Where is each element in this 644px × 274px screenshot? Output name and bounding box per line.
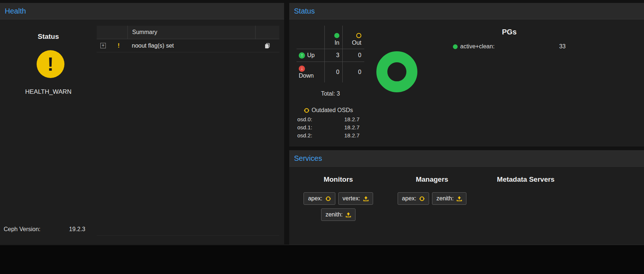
health-panel-body: Status ! HEALTH_WARN Ceph Version: 19.2.… bbox=[0, 19, 284, 244]
osd-row-up: ↑ Up bbox=[297, 49, 324, 62]
expand-icon[interactable]: + bbox=[100, 43, 106, 48]
services-panel: Services Monitors apex: vertex: bbox=[289, 150, 644, 245]
legend-value: 33 bbox=[559, 43, 566, 50]
managers-items: apex: zenith: bbox=[398, 192, 466, 205]
health-panel-title: Health bbox=[5, 7, 26, 15]
services-panel-body: Monitors apex: vertex: zenith: bbox=[289, 167, 644, 245]
manager-zenith-button[interactable]: zenith: bbox=[432, 192, 466, 205]
refresh-icon bbox=[419, 196, 425, 201]
action-cell bbox=[255, 43, 279, 48]
osd-name: osd.0: bbox=[297, 115, 312, 123]
monitors-heading: Monitors bbox=[324, 175, 353, 184]
services-panel-header: Services bbox=[289, 150, 644, 167]
manager-apex-button[interactable]: apex: bbox=[398, 192, 429, 205]
osd-col-in: In bbox=[324, 26, 342, 49]
action-column-header bbox=[255, 26, 279, 39]
services-panel-title: Services bbox=[294, 154, 322, 162]
osd-col-out: Out bbox=[342, 26, 364, 49]
outdated-osds: Outdated OSDs osd.0: 18.2.7 osd.1: 18.2.… bbox=[297, 107, 360, 140]
monitor-zenith-button[interactable]: zenith: bbox=[321, 208, 355, 221]
monitors-items: apex: vertex: zenith: bbox=[299, 192, 378, 221]
out-label: Out bbox=[352, 40, 361, 46]
osd-in-out-table: In Out ↑ Up 3 0 ↓ Down 0 0 bbox=[297, 26, 364, 82]
osd-version: 18.2.7 bbox=[344, 123, 360, 132]
osd-version: 18.2.7 bbox=[344, 132, 360, 140]
osd-up-out-value: 0 bbox=[342, 49, 364, 62]
pgs-legend-row: active+clean: 33 bbox=[453, 43, 566, 50]
out-ring-icon bbox=[356, 33, 361, 38]
osd-total: Total: 3 bbox=[297, 90, 364, 97]
ceph-dashboard: Health Status ! HEALTH_WARN Ceph Version… bbox=[0, 0, 644, 274]
legend-label: active+clean: bbox=[460, 43, 495, 50]
down-arrow-icon: ↓ bbox=[299, 66, 305, 72]
monitor-name: zenith: bbox=[325, 211, 343, 218]
osd-name: osd.2: bbox=[297, 132, 312, 140]
metadata-servers-column: Metadata Servers bbox=[479, 167, 573, 245]
managers-column: Managers apex: zenith: bbox=[385, 167, 479, 245]
upload-icon bbox=[457, 196, 462, 201]
expand-cell: + bbox=[97, 43, 110, 48]
ceph-version-label: Ceph Version: bbox=[4, 226, 41, 233]
upload-icon bbox=[363, 196, 369, 201]
osd-table-corner bbox=[297, 26, 324, 49]
osd-version: 18.2.7 bbox=[344, 115, 360, 123]
in-label: In bbox=[335, 40, 339, 46]
health-warning-icon: ! bbox=[37, 50, 64, 78]
monitor-name: vertex: bbox=[343, 195, 360, 202]
health-panel: Health Status ! HEALTH_WARN Ceph Version… bbox=[0, 3, 284, 244]
osd-name: osd.1: bbox=[297, 123, 312, 132]
ceph-version-value: 19.2.3 bbox=[69, 226, 85, 233]
list-item: osd.2: 18.2.7 bbox=[297, 132, 360, 140]
bottom-log-area bbox=[0, 245, 644, 274]
warning-severity-icon: ! bbox=[110, 42, 127, 49]
outdated-osds-label: Outdated OSDs bbox=[312, 107, 353, 114]
monitors-column: Monitors apex: vertex: zenith: bbox=[291, 167, 385, 245]
summary-cell: noout flag(s) set bbox=[127, 42, 255, 49]
down-label: Down bbox=[299, 73, 314, 79]
osd-down-out-value: 0 bbox=[342, 62, 364, 82]
health-summary-table: Summary + ! noout flag(s) set bbox=[97, 26, 279, 236]
pgs-title: PGs bbox=[453, 28, 566, 36]
summary-column-header: Summary bbox=[127, 26, 255, 39]
manager-name: apex: bbox=[402, 195, 416, 202]
summary-table-header: Summary bbox=[97, 26, 279, 39]
health-status-heading: Status bbox=[0, 33, 97, 41]
health-status-column: Status ! HEALTH_WARN Ceph Version: 19.2.… bbox=[0, 19, 97, 244]
refresh-icon bbox=[304, 108, 309, 113]
list-item: osd.0: 18.2.7 bbox=[297, 115, 360, 123]
monitor-name: apex: bbox=[308, 195, 322, 202]
managers-heading: Managers bbox=[416, 175, 448, 184]
up-label: Up bbox=[307, 52, 314, 59]
services-columns: Monitors apex: vertex: zenith: bbox=[291, 167, 573, 245]
upload-icon bbox=[346, 212, 351, 218]
pgs-donut-chart bbox=[376, 51, 417, 92]
metadata-servers-heading: Metadata Servers bbox=[497, 175, 554, 184]
refresh-icon bbox=[325, 196, 331, 201]
legend-dot-icon bbox=[453, 44, 458, 49]
status-panel-body: In Out ↑ Up 3 0 ↓ Down 0 0 Tot bbox=[289, 19, 644, 147]
health-panel-header: Health bbox=[0, 3, 284, 19]
ceph-version-row: Ceph Version: 19.2.3 bbox=[4, 226, 85, 233]
copy-icon[interactable] bbox=[265, 43, 270, 48]
list-item: osd.1: 18.2.7 bbox=[297, 123, 360, 132]
osd-down-in-value: 0 bbox=[324, 62, 342, 82]
outdated-osds-header: Outdated OSDs bbox=[297, 107, 360, 114]
monitor-apex-button[interactable]: apex: bbox=[304, 192, 335, 205]
in-dot-icon bbox=[334, 33, 339, 38]
pgs-block: PGs active+clean: 33 bbox=[453, 28, 566, 50]
severity-column-header bbox=[110, 26, 127, 39]
health-state-text: HEALTH_WARN bbox=[0, 88, 97, 96]
table-row[interactable]: + ! noout flag(s) set bbox=[97, 39, 279, 52]
status-panel-header: Status bbox=[289, 3, 644, 19]
monitor-vertex-button[interactable]: vertex: bbox=[338, 192, 373, 205]
status-panel: Status In Out ↑ Up 3 0 bbox=[289, 3, 644, 147]
up-arrow-icon: ↑ bbox=[299, 52, 305, 59]
expand-column-header bbox=[97, 26, 110, 39]
manager-name: zenith: bbox=[436, 195, 454, 202]
osd-up-in-value: 3 bbox=[324, 49, 342, 62]
status-panel-title: Status bbox=[294, 7, 315, 15]
osd-row-down: ↓ Down bbox=[297, 62, 324, 82]
